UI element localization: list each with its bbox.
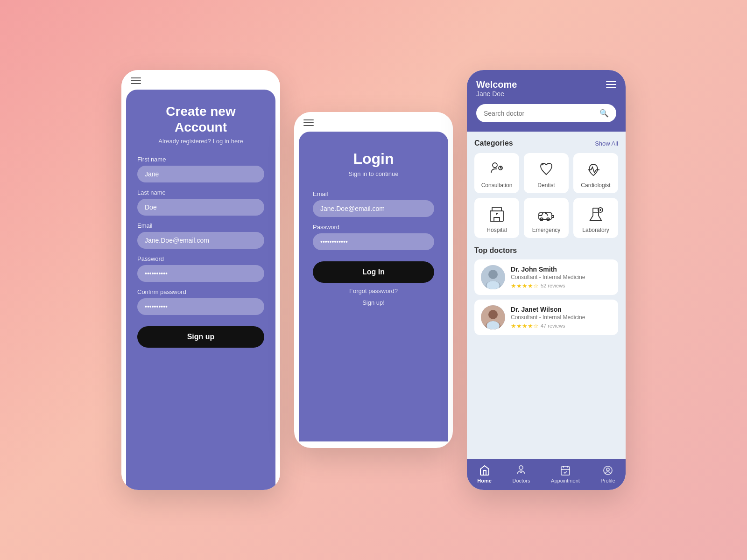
svg-rect-20 <box>561 467 570 475</box>
home-top-bar: Welcome Jane Doe <box>476 79 616 98</box>
search-bar[interactable]: 🔍 <box>476 104 616 122</box>
home-screen: Welcome Jane Doe 🔍 Categories Show All <box>467 70 626 490</box>
forgot-password-link[interactable]: Forgot password? <box>313 287 434 294</box>
email-input[interactable] <box>137 232 264 249</box>
login-body: Login Sign in to continue Email Password… <box>299 132 448 441</box>
doctor-specialty-1: Consultant - Internal Medicine <box>511 274 612 280</box>
doctors-icon <box>515 465 527 476</box>
password-label: Password <box>137 255 264 262</box>
doctor-name-2: Dr. Janet Wilson <box>511 306 612 313</box>
profile-icon <box>602 465 613 476</box>
svg-point-13 <box>488 270 498 279</box>
svg-point-0 <box>493 163 497 168</box>
home-hamburger-icon[interactable] <box>606 81 616 88</box>
doctor-info-1: Dr. John Smith Consultant - Internal Med… <box>511 266 612 289</box>
email-label: Email <box>137 222 264 229</box>
login-top-bar <box>294 112 453 132</box>
nav-profile[interactable]: Profile <box>600 465 615 483</box>
categories-grid: Consultation Dentist Cardiologist <box>474 153 618 238</box>
confirm-password-input[interactable] <box>137 298 264 315</box>
appointment-icon <box>560 465 571 476</box>
category-consultation[interactable]: Consultation <box>474 153 519 193</box>
laboratory-label: Laboratory <box>582 227 609 233</box>
doctor-specialty-2: Consultant - Internal Medicine <box>511 314 612 321</box>
doctor-rating-1: ★★★★☆ 52 reviews <box>511 282 612 289</box>
category-cardiologist[interactable]: Cardiologist <box>573 153 618 193</box>
login-password-input[interactable] <box>313 233 434 250</box>
welcome-block: Welcome Jane Doe <box>476 79 517 98</box>
login-subtitle: Sign in to continue <box>313 170 434 177</box>
nav-profile-label: Profile <box>600 478 615 483</box>
category-hospital[interactable]: Hospital <box>474 198 519 238</box>
dentist-label: Dentist <box>537 182 555 189</box>
review-count-1: 52 reviews <box>541 283 565 288</box>
stars-1: ★★★★☆ <box>511 282 539 289</box>
categories-section-header: Categories Show All <box>474 139 618 147</box>
categories-title: Categories <box>474 139 513 147</box>
lastname-input[interactable] <box>137 199 264 216</box>
emergency-icon <box>537 204 556 223</box>
home-header: Welcome Jane Doe 🔍 <box>467 70 626 132</box>
firstname-label: First name <box>137 156 264 163</box>
doctor-rating-2: ★★★★☆ 47 reviews <box>511 322 612 329</box>
login-button[interactable]: Log In <box>313 261 434 283</box>
svg-point-25 <box>606 468 609 471</box>
register-body: Create new Account Already registered? L… <box>126 90 275 490</box>
review-count-2: 47 reviews <box>541 323 565 329</box>
register-title: Create new Account <box>137 104 264 135</box>
cardiologist-icon <box>586 160 605 178</box>
doctor-card-2[interactable]: Dr. Janet Wilson Consultant - Internal M… <box>474 300 618 335</box>
nav-doctors[interactable]: Doctors <box>513 465 530 483</box>
signup-link[interactable]: Sign up! <box>313 299 434 306</box>
home-icon <box>479 465 490 476</box>
hospital-label: Hospital <box>486 227 507 233</box>
register-screen: Create new Account Already registered? L… <box>121 70 280 490</box>
confirm-password-label: Confirm password <box>137 288 264 295</box>
doctor-avatar-1 <box>481 265 505 289</box>
doctor-info-2: Dr. Janet Wilson Consultant - Internal M… <box>511 306 612 329</box>
search-icon: 🔍 <box>599 109 609 118</box>
nav-appointment-label: Appointment <box>551 478 580 483</box>
login-password-label: Password <box>313 224 434 231</box>
nav-home[interactable]: Home <box>477 465 492 483</box>
consultation-icon <box>487 160 506 178</box>
consultation-label: Consultation <box>481 182 513 189</box>
welcome-text: Welcome <box>476 79 517 90</box>
search-input[interactable] <box>484 110 596 117</box>
firstname-input[interactable] <box>137 166 264 182</box>
password-input[interactable] <box>137 265 264 282</box>
doctor-avatar-image-1 <box>481 265 505 289</box>
laboratory-icon <box>586 204 605 223</box>
doctor-avatar-2 <box>481 305 505 329</box>
category-dentist[interactable]: Dentist <box>524 153 569 193</box>
nav-appointment[interactable]: Appointment <box>551 465 580 483</box>
register-subtitle[interactable]: Already registered? Log in here <box>137 138 264 145</box>
emergency-label: Emergency <box>532 227 561 233</box>
svg-rect-2 <box>490 211 503 221</box>
hamburger-menu-icon[interactable] <box>131 77 141 84</box>
svg-point-17 <box>488 310 498 319</box>
show-all-button[interactable]: Show All <box>595 140 618 147</box>
doctor-name-1: Dr. John Smith <box>511 266 612 273</box>
username-text: Jane Doe <box>476 90 517 98</box>
home-body: Categories Show All Consultation <box>467 132 626 477</box>
dentist-icon <box>537 160 556 178</box>
top-doctors-title: Top doctors <box>474 246 618 255</box>
login-screen: Login Sign in to continue Email Password… <box>294 112 453 448</box>
signup-button[interactable]: Sign up <box>137 326 264 348</box>
cardiologist-label: Cardiologist <box>581 182 610 189</box>
category-laboratory[interactable]: Laboratory <box>573 198 618 238</box>
hospital-icon <box>487 204 506 223</box>
login-email-label: Email <box>313 190 434 197</box>
doctor-avatar-image-2 <box>481 305 505 329</box>
lastname-label: Last name <box>137 189 264 196</box>
nav-doctors-label: Doctors <box>513 478 530 483</box>
login-email-input[interactable] <box>313 200 434 217</box>
stars-2: ★★★★☆ <box>511 322 539 329</box>
doctor-card-1[interactable]: Dr. John Smith Consultant - Internal Med… <box>474 259 618 295</box>
register-top-bar <box>121 70 280 90</box>
login-title: Login <box>313 150 434 168</box>
bottom-nav: Home Doctors Appointment <box>467 459 626 490</box>
login-hamburger-icon[interactable] <box>303 119 314 126</box>
category-emergency[interactable]: Emergency <box>524 198 569 238</box>
